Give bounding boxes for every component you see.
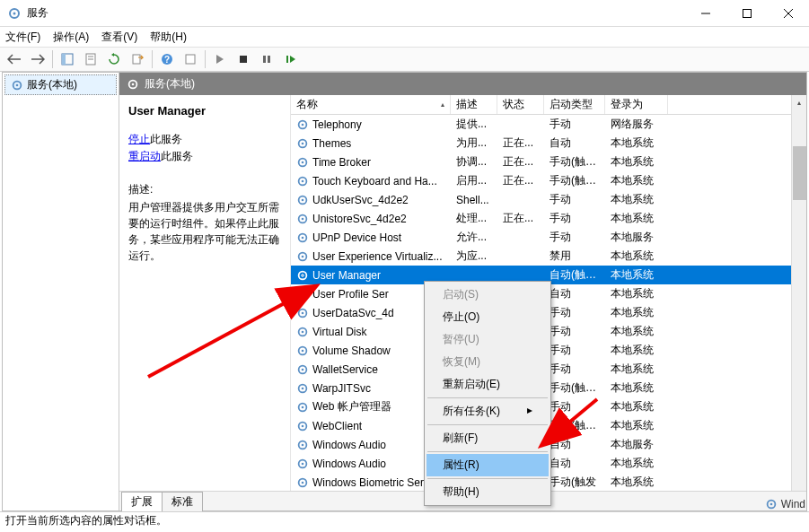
menu-help[interactable]: 帮助(H) (150, 30, 187, 45)
service-icon (296, 420, 309, 432)
service-icon (296, 213, 309, 225)
tab-standard[interactable]: 标准 (162, 492, 203, 511)
service-row[interactable]: UnistoreSvc_4d2e2处理...正在...手动本地系统 (291, 209, 806, 228)
menu-view[interactable]: 查看(V) (101, 30, 137, 45)
service-row[interactable]: Themes为用...正在...自动本地系统 (291, 134, 806, 153)
row-logon: 本地系统 (605, 305, 668, 320)
col-status[interactable]: 状态 (497, 95, 544, 114)
service-icon (296, 137, 309, 150)
service-icon (296, 439, 309, 451)
tree-node-services-local[interactable]: 服务(本地) (4, 74, 117, 95)
row-logon: 本地系统 (605, 456, 668, 471)
row-logon: 本地系统 (605, 249, 668, 264)
stop-link[interactable]: 停止 (128, 133, 150, 145)
row-logon: 本地系统 (605, 135, 668, 151)
back-button[interactable] (4, 49, 25, 69)
row-name: Themes (312, 137, 351, 150)
pause-service-button[interactable] (256, 49, 277, 69)
service-row[interactable]: Touch Keyboard and Ha...启用...正在...手动(触发.… (291, 171, 806, 190)
service-row[interactable]: Telephony提供...手动网络服务 (291, 115, 806, 134)
tab-extended[interactable]: 扩展 (121, 492, 163, 511)
restart-service-button[interactable] (279, 49, 301, 69)
stop-service-button[interactable] (233, 49, 254, 69)
properties-button[interactable] (80, 49, 101, 69)
row-type: 手动(触发 (544, 475, 605, 490)
row-name: User Manager (312, 269, 381, 282)
row-logon: 本地系统 (605, 362, 668, 377)
scroll-up-icon[interactable]: ▴ (792, 95, 807, 110)
row-type: 禁用 (544, 249, 605, 264)
row-type: 手动 (544, 362, 605, 377)
service-icon (296, 269, 309, 282)
restart-link[interactable]: 重启动 (128, 150, 161, 162)
service-row[interactable]: UdkUserSvc_4d2e2Shell...手动本地系统 (291, 190, 806, 209)
service-icon (296, 118, 309, 131)
svg-point-32 (302, 198, 304, 201)
svg-point-46 (302, 330, 304, 333)
service-icon (296, 194, 309, 206)
service-row[interactable]: Time Broker协调...正在...手动(触发...本地系统 (291, 153, 806, 171)
menu-properties[interactable]: 属性(R) (426, 454, 549, 476)
row-logon: 本地系统 (605, 211, 668, 226)
row-status: 正在... (497, 135, 544, 151)
menu-context-help[interactable]: 帮助(H) (426, 481, 549, 503)
row-logon: 网络服务 (605, 117, 668, 132)
row-status: 正在... (497, 211, 544, 226)
col-logon[interactable]: 登录为 (605, 95, 668, 114)
forward-button[interactable] (27, 49, 48, 69)
row-desc: 启用... (451, 173, 497, 188)
svg-point-64 (769, 503, 772, 506)
help-button[interactable]: ? (156, 49, 178, 69)
row-logon: 本地系统 (605, 267, 668, 283)
help2-button[interactable] (180, 49, 201, 69)
svg-point-42 (302, 292, 304, 295)
menu-action[interactable]: 操作(A) (53, 30, 89, 45)
col-type[interactable]: 启动类型 (544, 95, 605, 114)
minimize-button[interactable] (685, 0, 726, 27)
col-name[interactable]: 名称▴ (291, 95, 451, 114)
row-logon: 本地服务 (605, 230, 668, 245)
svg-point-26 (302, 142, 304, 144)
svg-point-38 (302, 255, 304, 257)
maximize-button[interactable] (726, 0, 768, 27)
row-type: 自动(触发... (544, 267, 605, 283)
export-button[interactable] (127, 49, 148, 69)
svg-point-20 (16, 83, 19, 86)
service-row[interactable]: UPnP Device Host允许...手动本地服务 (291, 228, 806, 247)
col-desc[interactable]: 描述 (451, 95, 497, 114)
row-name: Windows Audio (312, 458, 386, 470)
vertical-scrollbar[interactable]: ▴ ▾ (791, 95, 806, 510)
menu-refresh[interactable]: 刷新(F) (426, 427, 549, 449)
row-type: 手动 (544, 399, 605, 414)
show-hide-tree-button[interactable] (57, 49, 78, 69)
start-service-button[interactable] (209, 49, 231, 69)
menu-all-tasks[interactable]: 所有任务(K)▸ (426, 400, 549, 423)
menu-resume: 恢复(M) (426, 351, 549, 373)
svg-point-22 (132, 83, 135, 85)
row-name: UserDataSvc_4d (312, 307, 394, 319)
service-row[interactable]: User Experience Virtualiz...为应...禁用本地系统 (291, 247, 806, 266)
menu-restart[interactable]: 重新启动(E) (426, 373, 549, 396)
row-desc: 提供... (451, 117, 497, 132)
row-type: 手动(触发... (544, 154, 605, 170)
svg-point-28 (302, 161, 304, 163)
menubar: 文件(F) 操作(A) 查看(V) 帮助(H) (0, 27, 809, 47)
row-type: 手动 (544, 343, 605, 358)
row-type: 手动 (544, 230, 605, 245)
menu-file[interactable]: 文件(F) (5, 30, 40, 45)
row-desc: 为应... (451, 249, 497, 264)
row-name: WarpJITSvc (312, 382, 371, 395)
row-type: 手动(触发... (544, 173, 605, 188)
menu-stop[interactable]: 停止(O) (426, 306, 549, 328)
tree-pane: 服务(本地) (3, 73, 119, 510)
titlebar: 服务 (0, 0, 809, 27)
svg-point-40 (302, 274, 304, 276)
row-name: User Profile Ser (312, 288, 389, 301)
app-icon (7, 6, 22, 21)
close-button[interactable] (768, 0, 809, 27)
row-logon: 本地系统 (605, 399, 668, 414)
refresh-button[interactable] (103, 49, 125, 69)
svg-point-36 (302, 236, 304, 239)
scroll-thumb[interactable] (793, 146, 806, 200)
row-desc: 处理... (451, 211, 497, 226)
